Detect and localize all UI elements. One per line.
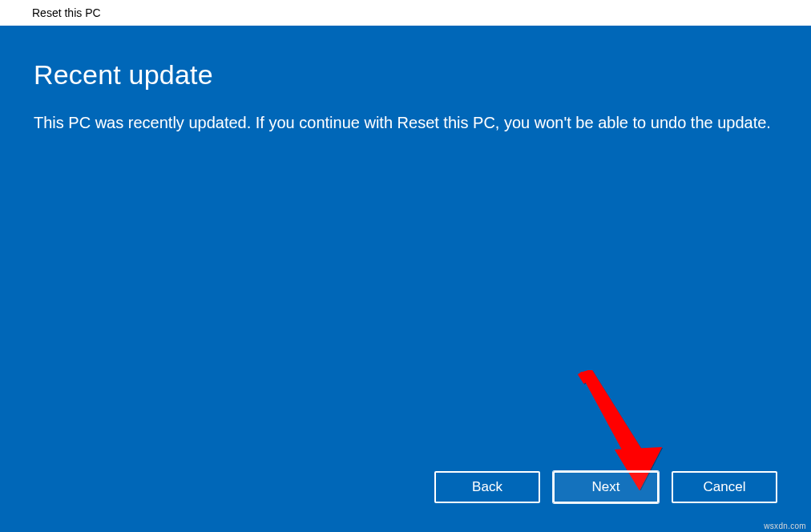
svg-rect-3 [578,372,587,384]
title-bar: Reset this PC [0,0,811,26]
svg-marker-1 [580,370,638,457]
cancel-button[interactable]: Cancel [672,471,777,503]
window-title: Reset this PC [32,6,101,19]
dialog-description: This PC was recently updated. If you con… [34,111,771,135]
dialog-body: Recent update This PC was recently updat… [0,26,811,532]
button-row: Back Next Cancel [434,471,777,503]
watermark-text: wsxdn.com [764,522,806,530]
next-button[interactable]: Next [553,471,659,503]
back-button[interactable]: Back [434,471,540,503]
svg-marker-4 [580,370,642,463]
dialog-heading: Recent update [34,59,777,91]
